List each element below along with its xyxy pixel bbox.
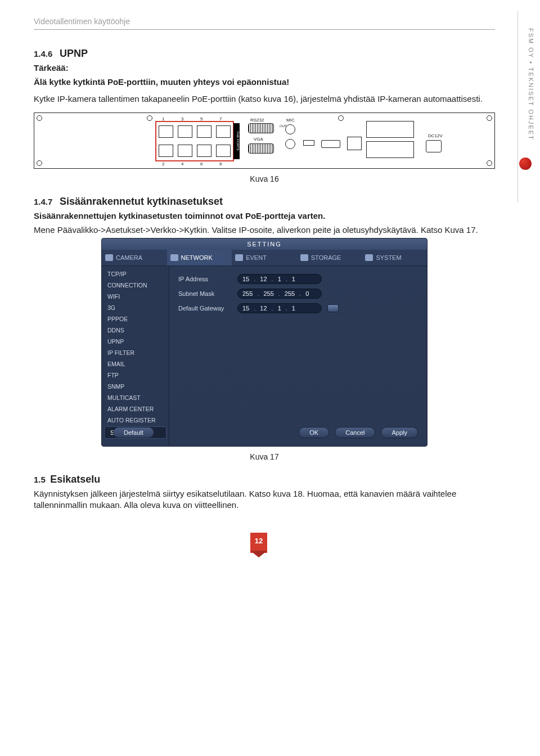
ip-octet: 12: [260, 276, 267, 282]
settings-dialog: SETTING CAMERA NETWORK EVENT STORAGE SYS…: [101, 238, 428, 447]
mic-label: MIC: [286, 118, 295, 123]
port-num: 7: [219, 116, 222, 122]
figure-16-caption: Kuva 16: [34, 174, 495, 183]
section-146-heading: 1.4.6 UPNP: [34, 47, 495, 60]
gw-label: Default Gateway: [178, 305, 232, 312]
mask-input[interactable]: 255. 255. 255. 0: [237, 289, 322, 299]
figure-17-caption: Kuva 17: [34, 452, 495, 461]
port-num: 3: [181, 116, 183, 122]
vga-port: [248, 143, 274, 154]
section-num: 1.5: [34, 475, 46, 484]
settings-sidebar: TCP/IP CONNECTION WIFI 3G PPPOE DDNS UPN…: [102, 266, 169, 446]
ip-label: IP Address: [178, 276, 232, 282]
ip-input[interactable]: 15. 12. 1. 1: [237, 274, 322, 284]
cancel-button[interactable]: Cancel: [335, 427, 375, 438]
port-num: 8: [219, 161, 222, 166]
section-num: 1.4.6: [34, 49, 52, 58]
tab-network[interactable]: NETWORK: [167, 250, 232, 266]
ip-octet: 1: [278, 276, 281, 282]
port-num: 6: [200, 161, 202, 166]
mask-label: Subnet Mask: [178, 290, 232, 297]
network-icon: [170, 254, 178, 261]
sidebar-item-tcpip[interactable]: TCP/IP: [102, 268, 169, 280]
sidebar-item-ipfilter[interactable]: IP FILTER: [102, 347, 169, 358]
ip-octet: 15: [242, 305, 249, 312]
tab-event[interactable]: EVENT: [232, 250, 297, 266]
rear-panel-figure: 1 3 5 7 2 4 6 8 PoE PORTS RS232 VGA MIC …: [34, 112, 495, 169]
side-brand-dot: [519, 158, 532, 170]
important-text: Älä kytke kytkintä PoE-porttiin, muuten …: [34, 76, 495, 88]
apply-button[interactable]: Apply: [381, 427, 418, 438]
storage-icon: [300, 254, 308, 261]
hdmi-port: [321, 140, 340, 148]
vga-block: RS232 VGA: [247, 120, 278, 163]
section-15-body: Käynnistyksen jälkeen järjestelmä siirty…: [34, 488, 495, 511]
page-number-badge: 12: [250, 533, 267, 553]
rs232-port: [248, 123, 274, 133]
side-brand-tab: FSM OY • TEKNISET OHJEET: [518, 11, 534, 202]
sidebar-item-multicast[interactable]: MULTICAST: [102, 392, 169, 403]
settings-title: SETTING: [102, 238, 427, 250]
sidebar-item-snmp[interactable]: SNMP: [102, 381, 169, 392]
lan-port: [347, 137, 362, 150]
ip-octet: 255: [263, 290, 273, 297]
ok-button[interactable]: OK: [299, 427, 329, 438]
sidebar-item-autoregister[interactable]: AUTO REGISTER: [102, 415, 169, 426]
ip-octet: 1: [292, 305, 295, 312]
rs232-label: RS232: [250, 118, 264, 123]
ip-octet: 255: [285, 290, 295, 297]
sidebar-item-pppoe[interactable]: PPPOE: [102, 313, 169, 325]
button-row: Default OK Cancel Apply: [102, 427, 427, 438]
settings-form: IP Address 15. 12. 1. 1 Subnet Mask 255.…: [169, 266, 348, 446]
important-label: Tärkeää:: [34, 62, 495, 74]
default-button[interactable]: Default: [113, 427, 154, 438]
port-num: 4: [181, 161, 183, 166]
ip-octet: 0: [305, 290, 309, 297]
terminal-block-top: [366, 121, 414, 138]
section-title: UPNP: [60, 48, 88, 59]
tab-label: NETWORK: [181, 254, 213, 261]
sidebar-item-upnp[interactable]: UPNP: [102, 336, 169, 347]
out-label: OUT: [280, 124, 287, 128]
sidebar-item-3g[interactable]: 3G: [102, 302, 169, 313]
port-num: 2: [162, 161, 164, 166]
tab-system[interactable]: SYSTEM: [362, 250, 427, 266]
section-15-heading: 1.5 Esikatselu: [34, 472, 495, 486]
system-icon: [365, 254, 373, 261]
section-title: Esikatselu: [50, 474, 100, 485]
tab-camera[interactable]: CAMERA: [102, 250, 167, 266]
tab-row: CAMERA NETWORK EVENT STORAGE SYSTEM: [102, 250, 427, 266]
sidebar-item-alarmcenter[interactable]: ALARM CENTER: [102, 403, 169, 415]
ip-octet: 1: [292, 276, 295, 282]
section-num: 1.4.7: [34, 197, 52, 206]
sidebar-item-email[interactable]: EMAIL: [102, 358, 169, 370]
ip-octet: 15: [242, 276, 249, 282]
doc-header: Videotallentimen käyttöohje: [34, 17, 495, 30]
sidebar-item-ftp[interactable]: FTP: [102, 370, 169, 381]
ip-octet: 1: [278, 305, 281, 312]
gw-input[interactable]: 15. 12. 1. 1: [237, 303, 322, 313]
tab-label: SYSTEM: [376, 254, 401, 261]
sidebar-item-connection[interactable]: CONNECTION: [102, 280, 169, 291]
terminal-block-bottom: [366, 141, 414, 158]
usb-port: [303, 140, 314, 146]
sidebar-item-ddns[interactable]: DDNS: [102, 325, 169, 336]
section-147-line1: Sisäänrakennettujen kytkinasetusten toim…: [34, 210, 495, 222]
ip-octet: 255: [242, 290, 253, 297]
sidebar-item-wifi[interactable]: WIFI: [102, 291, 169, 302]
tab-label: STORAGE: [311, 254, 341, 261]
poe-block: 1 3 5 7 2 4 6 8: [155, 121, 234, 161]
port-num: 5: [200, 116, 202, 122]
tab-label: CAMERA: [116, 254, 142, 261]
section-146-body: Kytke IP-kamera tallentimen takapaneelin…: [34, 93, 495, 105]
section-147-line2: Mene Päävalikko->Asetukset->Verkko->Kytk…: [34, 224, 495, 236]
event-icon: [235, 254, 243, 261]
section-title: Sisäänrakennetut kytkinasetukset: [60, 196, 223, 207]
ip-octet: 12: [260, 305, 267, 312]
dc-label: DC12V: [428, 133, 443, 138]
audio-out-port: [285, 139, 295, 149]
tab-storage[interactable]: STORAGE: [297, 250, 362, 266]
keyboard-icon[interactable]: [327, 304, 339, 312]
section-147-heading: 1.4.7 Sisäänrakennetut kytkinasetukset: [34, 195, 495, 208]
vga-label: VGA: [254, 137, 263, 142]
